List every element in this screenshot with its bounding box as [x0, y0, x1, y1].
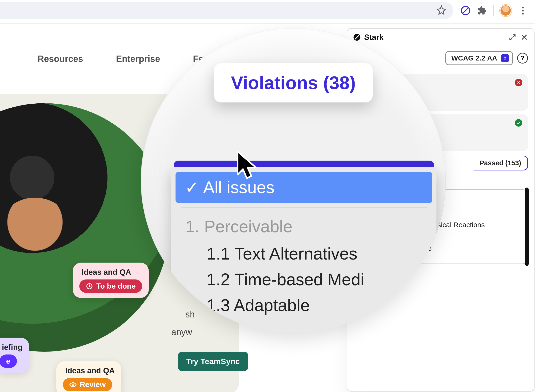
- extensions-puzzle-icon[interactable]: [477, 5, 487, 16]
- dropdown-item-label: All issues: [203, 178, 275, 197]
- status-pill[interactable]: e: [0, 355, 17, 368]
- annotation-chip-briefing: iefing e: [0, 338, 29, 373]
- cursor-icon: [235, 150, 260, 181]
- chip-title: Ideas and QA: [79, 268, 142, 277]
- nav-enterprise[interactable]: Enterprise: [116, 54, 160, 64]
- wcag-level-select[interactable]: WCAG 2.2 AA: [445, 51, 513, 65]
- dropdown-top-border: [174, 161, 434, 167]
- error-badge-icon: [515, 79, 522, 86]
- vertical-divider: [493, 5, 494, 16]
- success-badge-icon: [515, 119, 522, 127]
- svg-line-1: [463, 8, 468, 13]
- pill-label: e: [6, 357, 10, 365]
- eye-icon: [69, 381, 76, 388]
- divider: [0, 23, 535, 24]
- chevron-updown-icon: [501, 54, 509, 62]
- svg-point-3: [72, 384, 74, 386]
- chip-title: Ideas and QA: [63, 366, 115, 375]
- dropdown-item-1-1[interactable]: 1.1 Text Alternatives: [171, 241, 436, 266]
- violations-tab-chip[interactable]: Violations (38): [214, 63, 373, 103]
- nav-resources[interactable]: Resources: [38, 54, 83, 64]
- truncated-text: sh: [185, 309, 195, 320]
- help-icon[interactable]: ?: [517, 53, 528, 64]
- status-pill-to-be-done[interactable]: To be done: [79, 280, 142, 293]
- browser-toolbar: [0, 0, 535, 21]
- chip-title: iefing: [0, 343, 23, 352]
- try-teamsync-button[interactable]: Try TeamSync: [178, 352, 248, 371]
- browser-menu-icon[interactable]: [518, 5, 528, 16]
- bookmark-star-icon[interactable]: [436, 5, 446, 16]
- checkmark-icon: ✓: [185, 178, 199, 197]
- stark-header: Stark: [347, 33, 534, 45]
- stark-title: Stark: [364, 33, 505, 42]
- wcag-level-label: WCAG 2.2 AA: [451, 54, 497, 62]
- dropdown-item-1-2[interactable]: 1.2 Time-based Medi: [171, 266, 436, 292]
- magnifier-lens: Violations (38) ✓All issues 1. Perceivab…: [141, 28, 446, 333]
- close-icon[interactable]: [520, 33, 528, 42]
- profile-avatar[interactable]: [500, 5, 511, 16]
- dropdown-item-all-issues[interactable]: ✓All issues: [175, 172, 432, 203]
- divider: [141, 134, 446, 134]
- divider: [181, 207, 427, 208]
- url-bar[interactable]: [0, 2, 453, 19]
- collapse-icon[interactable]: [508, 33, 517, 42]
- dropdown-category-perceivable: 1. Perceivable: [171, 212, 436, 241]
- stark-logo-icon: [353, 33, 361, 41]
- annotation-chip-ideas-qa-2: Ideas and QA Review: [56, 361, 121, 392]
- clock-icon: [86, 283, 93, 290]
- tab-passed[interactable]: Passed (153): [473, 156, 528, 170]
- annotation-chip-ideas-qa: Ideas and QA To be done: [73, 263, 149, 298]
- pill-label: Review: [80, 380, 106, 389]
- status-pill-review[interactable]: Review: [63, 378, 112, 391]
- pill-label: To be done: [96, 282, 136, 290]
- browser-actions: [460, 5, 535, 16]
- truncated-text: anyw: [171, 327, 192, 337]
- stark-extension-icon[interactable]: [460, 5, 471, 16]
